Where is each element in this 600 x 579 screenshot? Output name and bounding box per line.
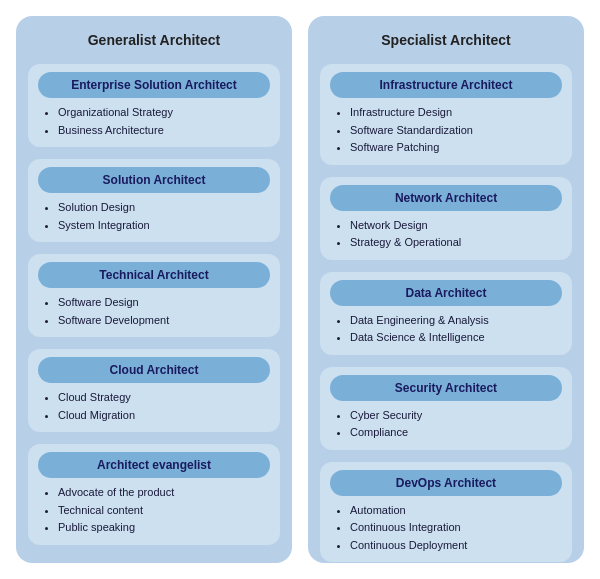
- card-title-1-3: Security Architect: [330, 375, 562, 401]
- card-item-0-4-0: Advocate of the product: [58, 484, 270, 501]
- card-list-1-1: Network DesignStrategy & Operational: [330, 217, 562, 252]
- card-list-1-2: Data Engineering & AnalysisData Science …: [330, 312, 562, 347]
- card-1-3: Security ArchitectCyber SecurityComplian…: [320, 367, 572, 450]
- card-title-0-4: Architect evangelist: [38, 452, 270, 478]
- card-item-0-4-2: Public speaking: [58, 519, 270, 536]
- card-item-1-0-1: Software Standardization: [350, 122, 562, 139]
- card-item-0-1-0: Solution Design: [58, 199, 270, 216]
- card-list-0-3: Cloud StrategyCloud Migration: [38, 389, 270, 424]
- card-item-1-2-1: Data Science & Intelligence: [350, 329, 562, 346]
- card-list-1-0: Infrastructure DesignSoftware Standardiz…: [330, 104, 562, 157]
- card-list-0-2: Software DesignSoftware Development: [38, 294, 270, 329]
- card-item-1-4-0: Automation: [350, 502, 562, 519]
- card-item-1-0-0: Infrastructure Design: [350, 104, 562, 121]
- card-item-0-1-1: System Integration: [58, 217, 270, 234]
- column-0: Generalist ArchitectEnterprise Solution …: [16, 16, 292, 563]
- card-list-0-4: Advocate of the productTechnical content…: [38, 484, 270, 537]
- card-item-1-3-1: Compliance: [350, 424, 562, 441]
- card-title-0-1: Solution Architect: [38, 167, 270, 193]
- card-list-1-3: Cyber SecurityCompliance: [330, 407, 562, 442]
- card-item-0-0-0: Organizational Strategy: [58, 104, 270, 121]
- card-1-2: Data ArchitectData Engineering & Analysi…: [320, 272, 572, 355]
- card-0-2: Technical ArchitectSoftware DesignSoftwa…: [28, 254, 280, 337]
- card-item-1-4-1: Continuous Integration: [350, 519, 562, 536]
- card-0-0: Enterprise Solution ArchitectOrganizatio…: [28, 64, 280, 147]
- column-1: Specialist ArchitectInfrastructure Archi…: [308, 16, 584, 563]
- card-title-1-4: DevOps Architect: [330, 470, 562, 496]
- card-title-0-0: Enterprise Solution Architect: [38, 72, 270, 98]
- card-item-0-0-1: Business Architecture: [58, 122, 270, 139]
- column-title-0: Generalist Architect: [28, 32, 280, 48]
- card-item-1-3-0: Cyber Security: [350, 407, 562, 424]
- card-1-4: DevOps ArchitectAutomationContinuous Int…: [320, 462, 572, 563]
- card-item-1-2-0: Data Engineering & Analysis: [350, 312, 562, 329]
- card-1-1: Network ArchitectNetwork DesignStrategy …: [320, 177, 572, 260]
- card-item-0-2-0: Software Design: [58, 294, 270, 311]
- card-item-0-3-0: Cloud Strategy: [58, 389, 270, 406]
- card-item-1-4-2: Continuous Deployment: [350, 537, 562, 554]
- card-title-1-1: Network Architect: [330, 185, 562, 211]
- card-item-0-3-1: Cloud Migration: [58, 407, 270, 424]
- card-list-1-4: AutomationContinuous IntegrationContinuo…: [330, 502, 562, 555]
- card-item-0-4-1: Technical content: [58, 502, 270, 519]
- card-0-1: Solution ArchitectSolution DesignSystem …: [28, 159, 280, 242]
- card-list-0-0: Organizational StrategyBusiness Architec…: [38, 104, 270, 139]
- card-item-1-0-2: Software Patching: [350, 139, 562, 156]
- card-0-3: Cloud ArchitectCloud StrategyCloud Migra…: [28, 349, 280, 432]
- card-item-1-1-1: Strategy & Operational: [350, 234, 562, 251]
- card-title-0-2: Technical Architect: [38, 262, 270, 288]
- card-list-0-1: Solution DesignSystem Integration: [38, 199, 270, 234]
- card-item-1-1-0: Network Design: [350, 217, 562, 234]
- card-0-4: Architect evangelistAdvocate of the prod…: [28, 444, 280, 545]
- card-title-1-0: Infrastructure Architect: [330, 72, 562, 98]
- card-title-1-2: Data Architect: [330, 280, 562, 306]
- main-container: Generalist ArchitectEnterprise Solution …: [0, 0, 600, 579]
- card-item-0-2-1: Software Development: [58, 312, 270, 329]
- card-title-0-3: Cloud Architect: [38, 357, 270, 383]
- card-1-0: Infrastructure ArchitectInfrastructure D…: [320, 64, 572, 165]
- column-title-1: Specialist Architect: [320, 32, 572, 48]
